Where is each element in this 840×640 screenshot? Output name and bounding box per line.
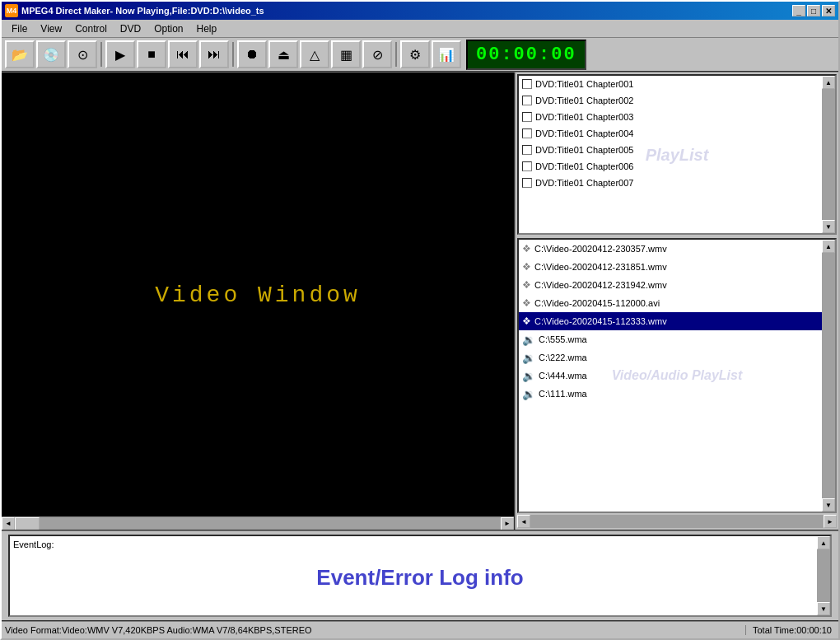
- checkbox[interactable]: [522, 178, 532, 188]
- audio-list-item[interactable]: 🔉 C:\111.wma: [519, 385, 822, 403]
- playlist-scrollbar: ▲ ▼: [822, 76, 835, 233]
- audio-scroll-down[interactable]: ▼: [822, 498, 835, 512]
- audio-list-item[interactable]: ❖ C:\Video-20020412-231942.wmv: [519, 276, 822, 294]
- list-item[interactable]: DVD:Title01 Chapter005: [519, 142, 822, 158]
- log-scroll-track[interactable]: [817, 549, 830, 602]
- right-hscroll-right[interactable]: ►: [824, 515, 837, 528]
- video-panel: Video Window ◄ ►: [2, 72, 514, 530]
- audio-scrollbar: ▲ ▼: [822, 240, 835, 512]
- status-right: Total Time:00:00:10: [746, 625, 838, 635]
- cancel-button[interactable]: ⊘: [362, 40, 392, 68]
- status-left: Video Format:Video:WMV V7,420KBPS Audio:…: [2, 625, 746, 635]
- app-icon: M4: [5, 4, 18, 17]
- event-log-box: EventLog: Event/Error Log info ▲ ▼: [8, 535, 832, 617]
- menu-option[interactable]: Option: [147, 21, 189, 36]
- list-item[interactable]: DVD:Title01 Chapter004: [519, 125, 822, 142]
- audio-list-item[interactable]: ❖ C:\Video-20020412-230357.wmv: [519, 240, 822, 258]
- snapshot-button[interactable]: ▦: [331, 40, 361, 68]
- playlist-list-container: DVD:Title01 Chapter001 DVD:Title01 Chapt…: [519, 76, 835, 233]
- title-bar: M4 MPEG4 Direct Maker- Now Playing,File:…: [2, 2, 838, 20]
- audio-list-item[interactable]: 🔉 C:\444.wma: [519, 367, 822, 385]
- close-button[interactable]: ✕: [822, 5, 835, 16]
- audio-file-icon: 🔉: [522, 370, 535, 382]
- audio-button[interactable]: △: [300, 40, 329, 68]
- audio-file-icon: 🔉: [522, 388, 535, 400]
- audio-list-item[interactable]: 🔉 C:\555.wma: [519, 330, 822, 348]
- menu-file[interactable]: File: [5, 21, 34, 36]
- log-inner-wrapper: EventLog: Event/Error Log info ▲ ▼: [2, 531, 838, 620]
- settings-button[interactable]: ⚙: [400, 40, 430, 68]
- audio-list-item[interactable]: 🔉 C:\222.wma: [519, 348, 822, 367]
- eject-button[interactable]: ⏏: [268, 40, 298, 68]
- menu-help[interactable]: Help: [190, 21, 224, 36]
- hscroll-left-arrow[interactable]: ◄: [2, 517, 15, 530]
- equalizer-button[interactable]: 📊: [432, 40, 461, 68]
- list-item[interactable]: DVD:Title01 Chapter006: [519, 158, 822, 175]
- checkbox[interactable]: [522, 161, 532, 171]
- disc-button[interactable]: ⊙: [68, 40, 97, 68]
- right-hscroll-track[interactable]: [530, 515, 824, 528]
- minimize-button[interactable]: _: [792, 5, 805, 16]
- event-log-label: EventLog:: [13, 540, 827, 549]
- event-log-message: Event/Error Log info: [316, 565, 523, 591]
- checkbox[interactable]: [522, 79, 532, 89]
- video-file-icon: ❖: [522, 297, 531, 309]
- list-item[interactable]: DVD:Title01 Chapter002: [519, 92, 822, 109]
- video-hscrollbar: ◄ ►: [2, 516, 514, 530]
- list-item[interactable]: DVD:Title01 Chapter003: [519, 109, 822, 125]
- dvd-playlist-panel: PlayList DVD:Title01 Chapter001 DVD:Titl…: [517, 74, 837, 235]
- video-window: Video Window: [2, 72, 514, 516]
- checkbox[interactable]: [522, 128, 532, 138]
- menu-view[interactable]: View: [34, 21, 68, 36]
- audio-list-container: ❖ C:\Video-20020412-230357.wmv ❖ C:\Vide…: [519, 240, 835, 512]
- audio-file-icon: 🔉: [522, 352, 535, 364]
- play-button[interactable]: ▶: [105, 40, 135, 68]
- video-file-icon: ❖: [522, 279, 531, 291]
- video-window-label: Video Window: [155, 282, 361, 307]
- menu-dvd[interactable]: DVD: [114, 21, 147, 36]
- audio-list-item[interactable]: ❖ C:\Video-20020415-112000.avi: [519, 294, 822, 312]
- window-controls: _ □ ✕: [792, 5, 835, 16]
- next-button[interactable]: ⏭: [199, 40, 229, 68]
- event-log-content: Event/Error Log info: [13, 549, 827, 605]
- checkbox[interactable]: [522, 96, 532, 105]
- log-scroll-up[interactable]: ▲: [817, 536, 830, 549]
- audio-list-item[interactable]: ❖ C:\Video-20020412-231851.wmv: [519, 258, 822, 276]
- video-file-icon: ❖: [522, 243, 531, 255]
- title-text: MPEG4 Direct Maker- Now Playing,File:DVD…: [21, 6, 792, 16]
- menu-bar: File View Control DVD Option Help: [2, 20, 838, 38]
- video-file-icon: ❖: [522, 315, 531, 327]
- audio-playlist-panel: Video/Audio PlayList ❖ C:\Video-20020412…: [517, 238, 837, 513]
- status-bar: Video Format:Video:WMV V7,420KBPS Audio:…: [2, 620, 838, 638]
- record-button[interactable]: ⏺: [237, 40, 267, 68]
- list-item[interactable]: DVD:Title01 Chapter001: [519, 76, 822, 92]
- audio-list-item-selected[interactable]: ❖ C:\Video-20020415-112333.wmv: [519, 312, 822, 330]
- app-window: M4 MPEG4 Direct Maker- Now Playing,File:…: [0, 0, 840, 640]
- dvd-button[interactable]: 💿: [36, 40, 66, 68]
- hscroll-thumb[interactable]: [15, 517, 40, 530]
- event-log-area: EventLog: Event/Error Log info ▲ ▼: [2, 530, 838, 620]
- scroll-up-arrow[interactable]: ▲: [822, 76, 835, 89]
- scroll-track[interactable]: [822, 89, 835, 220]
- log-scroll-down[interactable]: ▼: [817, 602, 830, 615]
- menu-control[interactable]: Control: [68, 21, 114, 36]
- hscroll-track[interactable]: [15, 517, 501, 530]
- log-scrollbar: ▲ ▼: [817, 536, 830, 615]
- prev-button[interactable]: ⏮: [168, 40, 198, 68]
- toolbar: 📂 💿 ⊙ ▶ ■ ⏮ ⏭ ⏺ ⏏ △ ▦ ⊘ ⚙ 📊 00:00:00: [2, 38, 838, 72]
- maximize-button[interactable]: □: [807, 5, 820, 16]
- list-item[interactable]: DVD:Title01 Chapter007: [519, 175, 822, 191]
- checkbox[interactable]: [522, 145, 532, 155]
- stop-button[interactable]: ■: [137, 40, 166, 68]
- audio-scroll-up[interactable]: ▲: [822, 240, 835, 253]
- scroll-down-arrow[interactable]: ▼: [822, 220, 835, 233]
- right-panel: PlayList DVD:Title01 Chapter001 DVD:Titl…: [514, 72, 838, 530]
- checkbox[interactable]: [522, 112, 532, 122]
- audio-scroll-track[interactable]: [822, 253, 835, 498]
- hscroll-right-arrow[interactable]: ►: [501, 517, 514, 530]
- content-area: Video Window ◄ ► PlayList DVD:Title01 Ch…: [2, 72, 838, 530]
- right-hscroll-left[interactable]: ◄: [517, 515, 530, 528]
- video-file-icon: ❖: [522, 261, 531, 273]
- open-folder-button[interactable]: 📂: [5, 40, 35, 68]
- timer-display: 00:00:00: [466, 40, 586, 70]
